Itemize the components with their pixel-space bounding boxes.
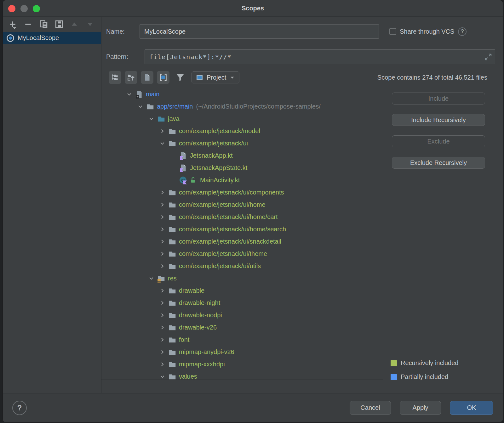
tree-row[interactable]: JetsnackApp.kt — [101, 149, 383, 162]
add-icon[interactable] — [8, 19, 23, 30]
copy-icon[interactable] — [39, 19, 54, 30]
tree-row[interactable]: mipmap-anydpi-v26 — [101, 346, 383, 358]
traffic-lights — [8, 5, 40, 12]
tree-row[interactable]: CMainActivity.kt — [101, 174, 383, 186]
tree-row[interactable]: java — [101, 113, 383, 125]
show-scope-icon[interactable] — [157, 71, 169, 84]
legend-swatch — [391, 360, 397, 366]
scope-name-input[interactable] — [140, 24, 379, 39]
tree-item-label: main — [146, 91, 159, 98]
folder-icon — [168, 287, 176, 295]
zoom-window-button[interactable] — [33, 5, 40, 12]
ok-button[interactable]: OK — [450, 401, 493, 415]
title-bar: Scopes — [3, 0, 503, 17]
include-recursively-button[interactable]: Include Recursively — [392, 114, 485, 126]
pattern-label: Pattern: — [106, 53, 145, 60]
scope-list: MyLocalScope — [3, 32, 101, 393]
tree-row[interactable]: com/example/jetsnack/ui/home/search — [101, 223, 383, 235]
close-window-button[interactable] — [8, 5, 15, 12]
share-through-vcs-checkbox[interactable] — [389, 28, 396, 35]
share-help-icon[interactable]: ? — [458, 27, 467, 36]
minimize-window-button — [20, 5, 28, 12]
tree-row[interactable]: values — [101, 370, 383, 380]
file-tree-panel: mainapp/src/main(~/AndroidStudioProjects… — [101, 88, 383, 393]
tree-item-label: com/example/jetsnack/ui/theme — [179, 250, 267, 257]
tree-row[interactable]: com/example/jetsnack/ui/components — [101, 186, 383, 199]
apply-button[interactable]: Apply — [400, 401, 441, 415]
chevron-down-icon[interactable] — [156, 374, 168, 379]
tree-item-label: font — [179, 336, 189, 343]
chevron-right-icon[interactable] — [156, 128, 168, 134]
tree-item-label: com/example/jetsnack/ui — [179, 140, 248, 147]
tree-item-label: com/example/jetsnack/ui/snackdetail — [179, 238, 281, 245]
folder-icon — [168, 225, 176, 234]
chevron-down-icon[interactable] — [145, 116, 157, 121]
tree-row[interactable]: JetsnackAppState.kt — [101, 162, 383, 174]
kotlin-file-icon — [179, 152, 187, 160]
tree-row[interactable]: com/example/jetsnack/ui — [101, 137, 383, 149]
help-button[interactable]: ? — [12, 401, 27, 415]
chevron-right-icon[interactable] — [156, 202, 168, 207]
tree-row[interactable]: drawable-v26 — [101, 321, 383, 334]
tree-item-label: JetsnackAppState.kt — [190, 164, 247, 172]
exclude-recursively-button[interactable]: Exclude Recursively — [392, 157, 485, 169]
tree-item-label: drawable-v26 — [179, 324, 217, 331]
move-up-icon — [70, 19, 85, 30]
flatten-packages-icon[interactable] — [125, 71, 137, 84]
tree-row[interactable]: com/example/jetsnack/ui/home/cart — [101, 211, 383, 223]
folder-icon — [168, 127, 176, 135]
save-icon[interactable] — [54, 19, 70, 30]
tree-row[interactable]: main — [101, 88, 383, 100]
tree-row[interactable]: com/example/jetsnack/ui/home — [101, 199, 383, 211]
project-view-icon — [196, 74, 203, 81]
chevron-down-icon[interactable] — [145, 276, 157, 281]
cancel-button[interactable]: Cancel — [350, 401, 391, 415]
chevron-right-icon[interactable] — [156, 349, 168, 355]
chevron-down-icon[interactable] — [156, 141, 168, 146]
scope-list-item[interactable]: MyLocalScope — [3, 32, 101, 44]
view-selector-label: Project — [207, 74, 226, 81]
tree-item-label: com/example/jetsnack/ui/home/search — [179, 226, 286, 233]
chevron-right-icon[interactable] — [156, 214, 168, 220]
tree-row[interactable]: app/src/main(~/AndroidStudioProjects/com… — [101, 100, 383, 113]
chevron-right-icon[interactable] — [156, 337, 168, 342]
group-by-packages-icon[interactable] — [109, 71, 121, 84]
chevron-right-icon[interactable] — [156, 251, 168, 257]
tree-item-label: drawable-nodpi — [179, 312, 222, 319]
legend-label: Partially included — [401, 373, 448, 381]
tree-row[interactable]: drawable-nodpi — [101, 309, 383, 321]
chevron-right-icon[interactable] — [156, 190, 168, 195]
chevron-right-icon[interactable] — [156, 313, 168, 318]
expand-pattern-icon[interactable] — [484, 53, 492, 61]
chevron-right-icon[interactable] — [156, 263, 168, 269]
chevron-right-icon[interactable] — [156, 362, 168, 367]
tree-row[interactable]: drawable-night — [101, 297, 383, 309]
filter-icon[interactable] — [174, 71, 186, 84]
chevron-right-icon[interactable] — [156, 300, 168, 306]
tree-row[interactable]: com/example/jetsnack/ui/theme — [101, 248, 383, 260]
folder-icon — [168, 324, 176, 332]
tree-row[interactable]: com/example/jetsnack/ui/snackdetail — [101, 235, 383, 248]
chevron-down-icon[interactable] — [123, 92, 135, 97]
tree-row[interactable]: res — [101, 272, 383, 285]
folder-icon — [168, 238, 176, 246]
tree-row[interactable]: mipmap-xxxhdpi — [101, 358, 383, 370]
tree-row[interactable]: com/example/jetsnack/model — [101, 125, 383, 137]
lock-open-icon — [190, 177, 197, 184]
tree-row[interactable]: com/example/jetsnack/ui/utils — [101, 260, 383, 272]
scopes-dialog: Scopes MyLocalScope Name: Share through … — [3, 0, 503, 422]
chevron-right-icon[interactable] — [156, 325, 168, 330]
chevron-right-icon[interactable] — [156, 227, 168, 232]
show-files-icon[interactable] — [141, 71, 153, 84]
chevron-right-icon[interactable] — [156, 239, 168, 244]
chevron-right-icon[interactable] — [156, 288, 168, 293]
chevron-down-icon[interactable] — [134, 104, 146, 109]
scope-pattern-input[interactable] — [145, 49, 495, 64]
tree-row[interactable]: drawable — [101, 285, 383, 297]
tree-item-label: values — [179, 373, 197, 380]
view-selector-dropdown[interactable]: Project — [192, 71, 239, 83]
remove-icon[interactable] — [23, 19, 39, 30]
folder-icon — [168, 250, 176, 258]
folder-icon — [168, 189, 176, 197]
tree-row[interactable]: font — [101, 334, 383, 346]
